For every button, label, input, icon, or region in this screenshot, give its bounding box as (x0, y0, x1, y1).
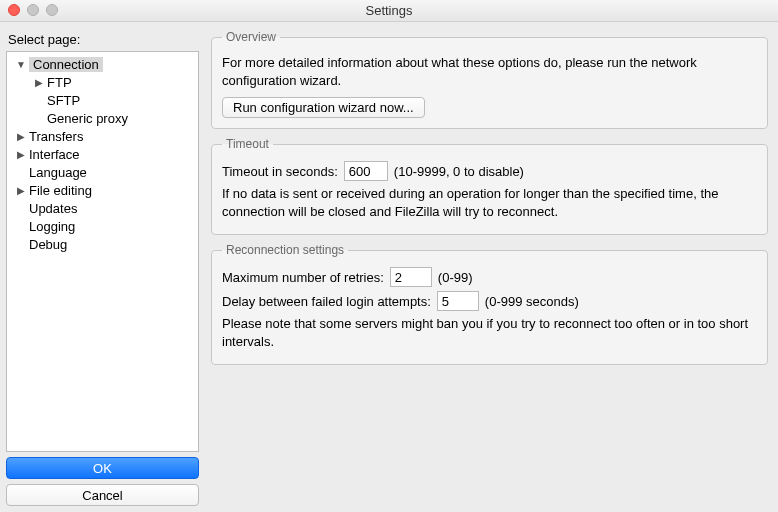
tree-item[interactable]: Debug (7, 235, 198, 253)
reconnect-legend: Reconnection settings (222, 243, 348, 257)
tree-item[interactable]: ▶File editing (7, 181, 198, 199)
reconnect-note: Please note that some servers might ban … (222, 315, 757, 350)
tree-item[interactable]: ▶Interface (7, 145, 198, 163)
disclosure-right-icon[interactable]: ▶ (15, 185, 27, 196)
tree-item[interactable]: ▶FTP (7, 73, 198, 91)
tree-item[interactable]: Generic proxy (7, 109, 198, 127)
cancel-button[interactable]: Cancel (6, 484, 199, 506)
titlebar: Settings (0, 0, 778, 22)
reconnect-section: Reconnection settings Maximum number of … (211, 243, 768, 365)
sidebar-label: Select page: (8, 32, 199, 47)
overview-text: For more detailed information about what… (222, 54, 757, 89)
tree-item-label: File editing (29, 183, 92, 198)
tree-item-label: Debug (29, 237, 67, 252)
page-tree[interactable]: ▼Connection▶FTPSFTPGeneric proxy▶Transfe… (6, 51, 199, 452)
content-pane: Overview For more detailed information a… (205, 22, 778, 512)
sidebar: Select page: ▼Connection▶FTPSFTPGeneric … (0, 22, 205, 512)
timeout-label: Timeout in seconds: (222, 164, 338, 179)
delay-hint: (0-999 seconds) (485, 294, 579, 309)
disclosure-down-icon[interactable]: ▼ (15, 59, 27, 70)
tree-item[interactable]: Updates (7, 199, 198, 217)
minimize-icon (27, 4, 39, 16)
tree-item-label: Updates (29, 201, 77, 216)
timeout-hint: (10-9999, 0 to disable) (394, 164, 524, 179)
tree-item-label: Transfers (29, 129, 83, 144)
overview-legend: Overview (222, 30, 280, 44)
ok-button[interactable]: OK (6, 457, 199, 479)
window-title: Settings (366, 3, 413, 18)
overview-section: Overview For more detailed information a… (211, 30, 768, 129)
timeout-section: Timeout Timeout in seconds: (10-9999, 0 … (211, 137, 768, 235)
zoom-icon (46, 4, 58, 16)
disclosure-right-icon[interactable]: ▶ (15, 149, 27, 160)
timeout-input[interactable] (344, 161, 388, 181)
tree-item-label: Interface (29, 147, 80, 162)
window-controls (8, 4, 58, 16)
disclosure-right-icon[interactable]: ▶ (15, 131, 27, 142)
tree-item[interactable]: SFTP (7, 91, 198, 109)
tree-item-label: SFTP (47, 93, 80, 108)
tree-item-label: Connection (29, 57, 103, 72)
timeout-legend: Timeout (222, 137, 273, 151)
retries-input[interactable] (390, 267, 432, 287)
delay-input[interactable] (437, 291, 479, 311)
tree-item-label: Generic proxy (47, 111, 128, 126)
tree-item-label: FTP (47, 75, 72, 90)
delay-label: Delay between failed login attempts: (222, 294, 431, 309)
tree-item-label: Language (29, 165, 87, 180)
retries-label: Maximum number of retries: (222, 270, 384, 285)
tree-item[interactable]: Language (7, 163, 198, 181)
timeout-desc: If no data is sent or received during an… (222, 185, 757, 220)
tree-item[interactable]: Logging (7, 217, 198, 235)
close-icon[interactable] (8, 4, 20, 16)
disclosure-right-icon[interactable]: ▶ (33, 77, 45, 88)
tree-item[interactable]: ▼Connection (7, 55, 198, 73)
tree-item[interactable]: ▶Transfers (7, 127, 198, 145)
run-wizard-button[interactable]: Run configuration wizard now... (222, 97, 425, 118)
tree-item-label: Logging (29, 219, 75, 234)
retries-hint: (0-99) (438, 270, 473, 285)
